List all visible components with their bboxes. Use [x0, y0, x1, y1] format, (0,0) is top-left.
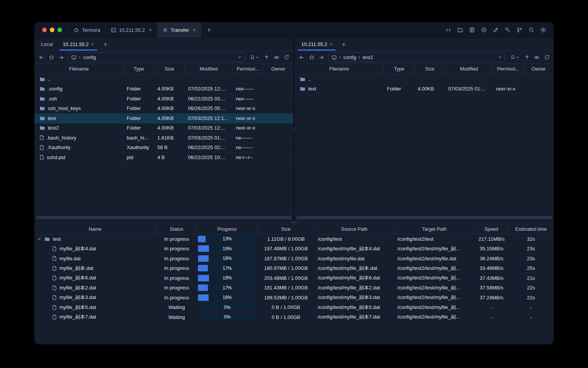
close-tab-icon[interactable]: ×: [193, 27, 196, 33]
show-hidden-button[interactable]: [532, 53, 541, 62]
close-tab-icon[interactable]: ×: [149, 27, 152, 33]
record-icon[interactable]: [479, 25, 489, 35]
transfer-row[interactable]: myfile_副本.datIn progress17%180.97MB / 1.…: [34, 264, 554, 274]
transfer-name-cell: myfile_副本2.dat: [34, 283, 156, 293]
horizontal-scrollbar[interactable]: [296, 216, 552, 219]
column-header-size[interactable]: Size: [257, 224, 315, 234]
transfer-row[interactable]: myfile_副本2.datIn progress17%181.43MB / 1…: [34, 283, 554, 293]
column-header-size[interactable]: Size: [154, 64, 185, 74]
window-tab-termora[interactable]: Termora: [68, 22, 106, 38]
show-hidden-button[interactable]: [272, 53, 281, 62]
close-tab-icon[interactable]: ×: [91, 42, 94, 47]
breadcrumb-segment[interactable]: config: [83, 55, 96, 60]
key-icon[interactable]: [503, 25, 513, 35]
folder-icon[interactable]: [455, 25, 465, 35]
column-header-speed[interactable]: Speed: [475, 224, 508, 234]
column-header-size[interactable]: Size: [415, 64, 445, 74]
file-tab-10-211-55-2[interactable]: 10.211.55.2×: [58, 38, 99, 51]
transfer-row[interactable]: myfile_副本7.datWaiting0%0 B / 1.00GB/conf…: [34, 312, 554, 322]
new-file-tab-button[interactable]: [337, 38, 350, 51]
transfer-row[interactable]: testIn progress13%1.11GB / 8.00GB/config…: [34, 234, 554, 244]
up-directory-button[interactable]: [522, 53, 531, 62]
transfer-row[interactable]: myfile.datIn progress18%187.87MB / 1.00G…: [34, 254, 554, 264]
column-header-estimated-time[interactable]: Estimated time: [508, 224, 554, 234]
column-header-type[interactable]: Type: [384, 64, 415, 74]
new-window-tab-button[interactable]: [201, 22, 217, 38]
refresh-button[interactable]: [542, 53, 551, 62]
file-row[interactable]: .XauthorityXauthority58 B06/22/2025 02:.…: [34, 143, 293, 153]
column-header-name[interactable]: Name: [34, 224, 156, 234]
file-row[interactable]: .bash_historybash_hi...1.61KB07/03/2025 …: [34, 133, 293, 143]
home-icon[interactable]: [47, 53, 56, 62]
file-row[interactable]: .configFolder4.00KB07/02/2025 12:...rwx-…: [34, 84, 293, 94]
file-row[interactable]: .sshFolder4.00KB06/21/2025 03:...rwx----…: [34, 94, 293, 104]
file-tab-local[interactable]: Local: [36, 38, 58, 51]
column-header-owner[interactable]: Owner: [263, 64, 293, 74]
filename-label: .ssh: [48, 96, 57, 102]
breadcrumb-segment[interactable]: test2: [363, 55, 373, 60]
back-icon[interactable]: [297, 53, 306, 62]
chevron-down-icon[interactable]: [497, 55, 502, 60]
up-directory-button[interactable]: [262, 53, 271, 62]
panel-splitter[interactable]: ⋮: [293, 38, 295, 220]
column-header-status[interactable]: Status: [156, 224, 197, 234]
column-header-type[interactable]: Type: [124, 64, 154, 74]
chevron-down-icon[interactable]: [237, 55, 242, 60]
column-header-filename[interactable]: Filename: [295, 64, 384, 74]
column-header-filename[interactable]: Filename: [34, 64, 124, 74]
bookmark-button[interactable]: [508, 53, 521, 62]
horizontal-scrollbar[interactable]: [36, 216, 292, 219]
search-icon[interactable]: [526, 25, 536, 35]
window-tab-transfer[interactable]: Transfer×: [157, 22, 201, 38]
type-cell: [124, 74, 154, 84]
column-header-target-path[interactable]: Target Path: [394, 224, 475, 234]
transfer-row[interactable]: myfile_副本3.datIn progress18%189.52MB / 1…: [34, 293, 554, 303]
eta-cell: 21s: [508, 273, 554, 283]
file-row[interactable]: testFolder4.00KB07/03/2025 01:...rwxr-xr…: [295, 84, 554, 94]
back-icon[interactable]: [37, 53, 46, 62]
bookmark-button[interactable]: [247, 53, 261, 62]
close-window-button[interactable]: [42, 28, 47, 32]
code-icon[interactable]: [443, 25, 453, 35]
transfer-row[interactable]: myfile_副本5.datWaiting0%0 B / 1.00GB/conf…: [34, 303, 554, 313]
column-header-permissi[interactable]: Permissi...: [233, 64, 263, 74]
file-row[interactable]: ..: [34, 74, 293, 84]
zoom-window-button[interactable]: [57, 28, 62, 32]
speed-cell: 37.43MB/s: [475, 273, 508, 283]
file-row[interactable]: ssh_host_keysFolder4.00KB06/26/2025 05:.…: [34, 104, 293, 114]
column-header-permissi[interactable]: Permissi...: [493, 64, 524, 74]
refresh-button[interactable]: [282, 53, 291, 62]
close-tab-icon[interactable]: ×: [330, 42, 333, 47]
new-file-tab-button[interactable]: [99, 38, 112, 51]
progress-fill: [198, 275, 209, 281]
forward-icon[interactable]: [317, 53, 326, 62]
file-row[interactable]: sshd.pidpid4 B06/22/2025 10:...rw-r--r--: [34, 153, 293, 163]
column-header-modified[interactable]: Modified: [445, 64, 493, 74]
file-row[interactable]: test2Folder4.00KB07/03/2025 12:...rwxr-x…: [34, 123, 293, 133]
forward-icon[interactable]: [57, 53, 66, 62]
edit-icon[interactable]: [491, 25, 501, 35]
column-header-owner[interactable]: Owner: [524, 64, 554, 74]
log-icon[interactable]: [467, 25, 477, 35]
transfer-row[interactable]: myfile_副本4.datIn progress19%197.48MB / 1…: [34, 244, 554, 254]
path-breadcrumb[interactable]: configtest2: [328, 53, 505, 62]
file-row[interactable]: testFolder4.00KB07/03/2025 12:1...rwxr-x…: [34, 113, 293, 123]
source-cell: /config/test/myfile_副本3.dat: [315, 293, 394, 302]
permissions-cell: rwx------: [233, 94, 263, 104]
column-header-source-path[interactable]: Source Path: [315, 224, 394, 234]
settings-icon[interactable]: [538, 25, 548, 35]
path-breadcrumb[interactable]: config: [68, 53, 245, 62]
file-row[interactable]: ..: [295, 74, 554, 84]
branch-icon[interactable]: [514, 25, 524, 35]
file-tab-10-211-55-2[interactable]: 10.211.55.2×: [296, 38, 337, 51]
transfer-row[interactable]: myfile_副本6.datIn progress19%203.48MB / 1…: [34, 273, 554, 283]
column-header-progress[interactable]: Progress: [197, 224, 257, 234]
home-icon[interactable]: [307, 53, 316, 62]
expand-chevron-icon[interactable]: [37, 237, 42, 242]
breadcrumb-segment[interactable]: config: [343, 55, 356, 60]
window-tab-10-211-55-2[interactable]: 10.211.55.2×: [106, 22, 157, 38]
minimize-window-button[interactable]: [50, 28, 54, 32]
size-cell: 58 B: [154, 143, 185, 153]
transfer-splitter[interactable]: ⋯: [34, 220, 554, 224]
column-header-modified[interactable]: Modified: [185, 64, 233, 74]
